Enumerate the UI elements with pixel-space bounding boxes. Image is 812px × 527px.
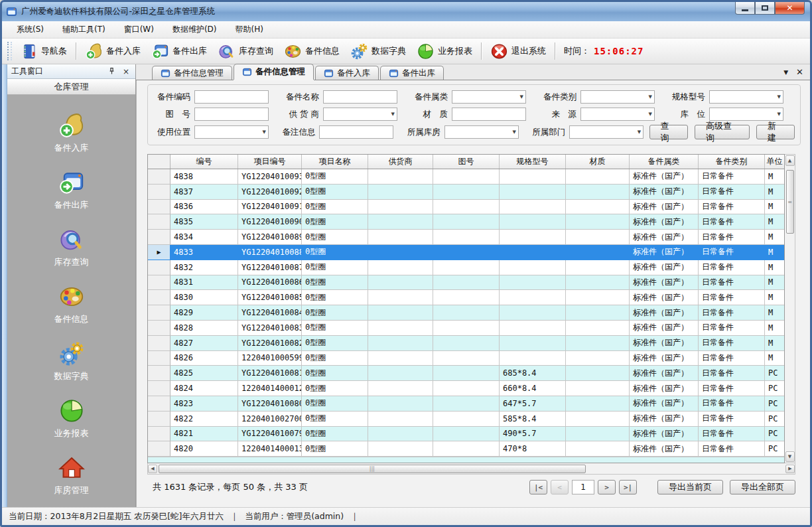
column-header[interactable]: 备件属类	[630, 155, 699, 169]
toolbar-nav-button[interactable]: 导航条	[15, 40, 72, 62]
menu-item[interactable]: 辅助工具(T)	[54, 22, 113, 37]
column-header[interactable]: 单位	[765, 155, 784, 169]
toolbar-button[interactable]: 备件出库	[146, 40, 212, 62]
field-control[interactable]	[323, 108, 397, 121]
table-row[interactable]: 4831 YG12204010086 0型圈 标准件（国产） 日常备件 M	[148, 275, 784, 291]
column-header[interactable]: 规格型号	[500, 155, 566, 169]
menu-item[interactable]: 窗口(W)	[116, 22, 162, 37]
sidebar-item[interactable]: 业务报表	[32, 398, 111, 439]
menu-item[interactable]: 帮助(H)	[228, 22, 271, 37]
sidebar-item[interactable]: 数据字典	[32, 340, 111, 382]
field-control[interactable]	[194, 125, 269, 139]
pin-button[interactable]	[106, 66, 117, 77]
column-header[interactable]: 材质	[566, 155, 630, 169]
document-tab[interactable]: 备件入库	[315, 66, 379, 80]
first-page-button[interactable]: |<	[529, 480, 547, 494]
toolbar-button[interactable]: 备件入库	[80, 40, 146, 62]
document-tab[interactable]: 备件信息管理	[152, 66, 232, 80]
table-row[interactable]: 4823 YG12204010080 0型圈 647*5.7 标准件（国产） 日…	[148, 396, 784, 412]
exit-system-button[interactable]: 退出系统	[485, 40, 551, 62]
scroll-up-icon[interactable]: ▲	[785, 155, 795, 166]
field-control[interactable]	[569, 125, 643, 139]
search-action-button[interactable]: 查询	[649, 125, 688, 139]
table-row[interactable]: 4824 1220401400012 0型圈 660*8.4 标准件（国产） 日…	[148, 381, 784, 396]
prev-page-button[interactable]: <	[551, 480, 569, 494]
export-current-page-button[interactable]: 导出当前页	[657, 480, 723, 494]
field-control[interactable]	[452, 108, 526, 121]
column-header[interactable]: 编号	[170, 155, 238, 169]
menu-item[interactable]: 系统(S)	[9, 22, 52, 37]
table-row[interactable]: 4829 YG12204010084 0型圈 标准件（国产） 日常备件 M	[148, 305, 784, 321]
table-row[interactable]: 4821 YG12204010079 0型圈 490*5.7 标准件（国产） 日…	[148, 427, 784, 442]
toolbar-button[interactable]: 数据字典	[345, 40, 411, 62]
toolbar-button[interactable]: 业务报表	[411, 40, 478, 62]
field-control[interactable]	[194, 90, 269, 104]
document-tab[interactable]: 备件出库	[380, 66, 444, 80]
field-control[interactable]	[709, 108, 783, 121]
sidebar-item-icon	[58, 398, 85, 424]
sidebar-group-header[interactable]: 仓库管理	[7, 79, 135, 95]
sidebar-item[interactable]: 库存查询	[32, 226, 111, 268]
column-header[interactable]: 图号	[433, 155, 500, 169]
page-number-input[interactable]: 1	[572, 480, 594, 494]
field-control[interactable]	[194, 108, 269, 121]
sidebar-item[interactable]: 备件入库	[32, 112, 111, 154]
column-header[interactable]: 项目编号	[238, 155, 302, 169]
document-tab[interactable]: 备件信息管理	[234, 64, 314, 80]
scroll-right-icon[interactable]: ▶	[785, 465, 795, 473]
sidebar-item[interactable]: 库房管理	[32, 455, 111, 496]
field-control[interactable]	[580, 90, 655, 104]
export-all-pages-button[interactable]: 导出全部页	[730, 480, 795, 494]
field-control[interactable]	[580, 108, 655, 121]
toolbar-grip[interactable]	[7, 42, 12, 60]
table-row[interactable]: 4825 YG12204010081 0型圈 685*8.4 标准件（国产） 日…	[148, 366, 784, 381]
horizontal-scrollbar[interactable]: ◀ ||| ▶	[147, 463, 795, 475]
vertical-scrollbar[interactable]: ▲ ≡ ▼	[785, 154, 795, 463]
toolbar-button[interactable]: 备件信息	[279, 40, 345, 62]
field-control[interactable]	[709, 90, 783, 104]
column-header[interactable]: 供货商	[368, 155, 433, 169]
search-action-button[interactable]: 高级查询	[695, 125, 750, 139]
last-page-button[interactable]: >|	[619, 480, 637, 494]
field-control[interactable]	[452, 90, 526, 104]
table-row[interactable]: 4826 1220401000599 0型圈 标准件（国产） 日常备件 M	[148, 351, 784, 366]
table-row[interactable]: 4836 YG12204010091 0型圈 标准件（国产） 日常备件 M	[148, 200, 784, 215]
table-row[interactable]: 4838 YG12204010093 0型圈 标准件（国产） 日常备件 M	[148, 169, 784, 185]
next-page-button[interactable]: >	[598, 480, 616, 494]
tab-close-icon[interactable]: ✕	[796, 67, 803, 77]
table-row[interactable]: 4827 YG12204010082 0型圈 标准件（国产） 日常备件 M	[148, 336, 784, 351]
table-row[interactable]: 4834 YG12204010089 0型圈 标准件（国产） 日常备件 M	[148, 230, 784, 245]
table-row[interactable]: 4832 YG12204010087 0型圈 标准件（国产） 日常备件 M	[148, 260, 784, 275]
cell-unit: M	[765, 305, 784, 321]
column-header[interactable]: 备件类别	[699, 155, 765, 169]
table-row[interactable]: 4828 YG12204010083 0型圈 标准件（国产） 日常备件 M	[148, 321, 784, 336]
table-row[interactable]: 4830 YG12204010085 0型圈 标准件（国产） 日常备件 M	[148, 290, 784, 305]
cell-material	[566, 230, 630, 245]
close-button[interactable]: ✕	[775, 2, 805, 15]
scroll-down-icon[interactable]: ▼	[785, 451, 795, 462]
field-control[interactable]	[444, 125, 519, 139]
menu-item[interactable]: 数据维护(D)	[165, 22, 225, 37]
tool-window-close-button[interactable]: ×	[121, 66, 131, 77]
sidebar-item[interactable]: 备件信息	[32, 283, 111, 325]
toolbar-button[interactable]: 库存查询	[212, 40, 279, 62]
table-row[interactable]: 4835 YG12204010090 0型圈 标准件（国产） 日常备件 M	[148, 214, 784, 230]
horizontal-scroll-thumb[interactable]: |||	[159, 465, 586, 473]
docked-panel-strip[interactable]	[2, 64, 7, 507]
vertical-scroll-thumb[interactable]: ≡	[786, 170, 794, 234]
cell-name: 0型圈	[302, 169, 368, 185]
sidebar-item[interactable]: 备件出库	[32, 169, 111, 211]
field-control[interactable]	[323, 90, 397, 104]
search-action-button[interactable]: 新建	[756, 125, 795, 139]
scroll-left-icon[interactable]: ◀	[148, 465, 157, 473]
table-row[interactable]: 4822 1220401002700 0型圈 585*8.4 标准件（国产） 日…	[148, 412, 784, 427]
column-header[interactable]: 项目名称	[302, 155, 368, 169]
table-row[interactable]: 4837 YG12204010092 0型圈 标准件（国产） 日常备件 M	[148, 185, 784, 200]
field-control[interactable]	[319, 125, 393, 139]
minimize-button[interactable]	[735, 2, 755, 15]
time-value: 15:06:27	[594, 46, 643, 56]
table-row[interactable]: 4820 1220401400013 0型圈 470*8 标准件（国产） 日常备…	[148, 441, 784, 457]
table-row[interactable]: 4833 YG12204010088 0型圈 标准件（国产） 日常备件 M	[148, 245, 784, 260]
tab-list-dropdown-icon[interactable]: ▼	[783, 69, 788, 76]
maximize-button[interactable]	[755, 2, 775, 15]
